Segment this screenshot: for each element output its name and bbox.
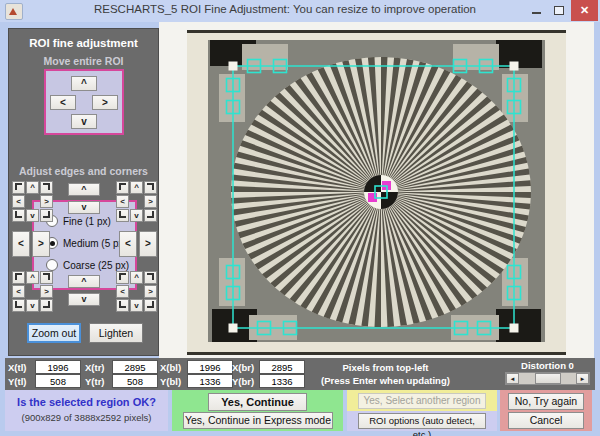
region-size-info: (900x829 of 3888x2592 pixels)	[5, 412, 168, 423]
adjust-bottom-right-left-button[interactable]: <	[116, 285, 129, 298]
radio-label: Medium (5 px)	[63, 238, 127, 249]
radio-coarse[interactable]: Coarse (25 px)	[46, 259, 129, 271]
adjust-edges-area: Fine (1 px)Medium (5 px)Coarse (25 px) ^…	[10, 179, 159, 311]
adjust-bottom-left-corner-bl-button-icon	[15, 301, 22, 308]
coord-input-Y(bl)[interactable]	[187, 374, 233, 388]
coord-label-Y(bl): Y(bl)	[160, 376, 181, 387]
slider-right-arrow-icon[interactable]: ►	[576, 373, 589, 384]
adjust-bottom-right-right-button[interactable]: >	[144, 285, 157, 298]
adjust-bottom-edge-up-button[interactable]: ^	[68, 275, 100, 288]
coord-label-X(bl): X(bl)	[160, 362, 181, 373]
yes-select-another-region-button: Yes, Select another region	[358, 393, 486, 409]
adjust-bottom-left-corner-tl-button[interactable]	[12, 271, 25, 284]
zoom-out-button[interactable]: Zoom out	[27, 323, 81, 343]
adjust-bottom-left-left-button[interactable]: <	[12, 285, 25, 298]
slider-thumb[interactable]	[535, 373, 561, 384]
adjust-top-right-corner-tr-button[interactable]	[144, 181, 157, 194]
adjust-bottom-left-corner-br-button[interactable]	[40, 299, 53, 312]
move-roi-up-button[interactable]: ^	[71, 76, 97, 91]
adjust-top-right-corner-br-button[interactable]	[144, 209, 157, 222]
adjust-bottom-right-corner-bl-button[interactable]	[116, 299, 129, 312]
slider-left-arrow-icon[interactable]: ◄	[506, 373, 519, 384]
adjust-top-right-corner-tl-button-icon	[119, 183, 126, 190]
app-icon[interactable]	[5, 3, 23, 20]
adjust-bottom-left-down-button[interactable]: v	[26, 299, 39, 312]
siemens-star-chart-photo	[159, 22, 594, 358]
adjust-top-left-corner-tl-button[interactable]	[12, 181, 25, 194]
window-title: RESCHARTS_5 ROI Fine Adjustment: You can…	[60, 3, 510, 15]
adjust-left-edge-right-button[interactable]: >	[32, 231, 50, 257]
coord-label-Y(tl): Y(tl)	[8, 376, 26, 387]
adjust-top-right-corner-tl-button[interactable]	[116, 181, 129, 194]
distortion-slider[interactable]: ◄ ►	[505, 372, 590, 385]
registration-corner	[496, 40, 542, 68]
adjust-top-right-down-button[interactable]: v	[130, 209, 143, 222]
adjust-bottom-right-corner-tr-button[interactable]	[144, 271, 157, 284]
adjust-top-right-corner-br-button-icon	[147, 211, 154, 218]
adjust-right-edge-left-button[interactable]: <	[119, 231, 137, 257]
adjust-bottom-left-corner-br-button-icon	[43, 301, 50, 308]
coord-input-X(tr)[interactable]	[112, 360, 158, 374]
adjust-bottom-left-up-button[interactable]: ^	[26, 271, 39, 284]
adjust-top-right-corner-bl-button[interactable]	[116, 209, 129, 222]
minimize-button[interactable]	[526, 0, 548, 21]
adjust-top-left-corner-tl-button-icon	[15, 183, 22, 190]
adjust-bottom-right-corner-br-button[interactable]	[144, 299, 157, 312]
move-roi-left-button[interactable]: <	[50, 95, 76, 110]
adjust-bottom-right-corner-bl-button-icon	[119, 301, 126, 308]
move-roi-down-button[interactable]: v	[71, 114, 97, 129]
adjust-top-edge-down-button[interactable]: v	[68, 201, 100, 214]
yes-continue-button[interactable]: Yes, Continue	[208, 393, 307, 411]
yes-continue-express-button[interactable]: Yes, Continue in Express mode	[183, 412, 333, 429]
tone-patch	[219, 74, 245, 122]
adjust-top-left-right-button[interactable]: >	[40, 195, 53, 208]
no-try-again-button[interactable]: No, Try again	[508, 393, 584, 410]
cancel-button[interactable]: Cancel	[508, 412, 584, 429]
adjust-top-right-right-button[interactable]: >	[144, 195, 157, 208]
adjust-top-right-left-button[interactable]: <	[116, 195, 129, 208]
maximize-button[interactable]	[548, 0, 570, 21]
close-button[interactable]: ✕	[571, 0, 598, 21]
adjust-bottom-left-corner-tr-button-icon	[43, 273, 50, 280]
adjust-bottom-left-corner-tr-button[interactable]	[40, 271, 53, 284]
move-roi-pad: ^<>v	[44, 69, 124, 135]
adjust-left-edge-left-button[interactable]: <	[12, 231, 30, 257]
pixels-note-line2: (Press Enter when updating)	[298, 375, 473, 386]
adjust-top-left-left-button[interactable]: <	[12, 195, 25, 208]
adjust-bottom-right-up-button[interactable]: ^	[130, 271, 143, 284]
radio-medium[interactable]: Medium (5 px)	[46, 237, 127, 249]
adjust-bottom-left-corner-bl-button[interactable]	[12, 299, 25, 312]
adjust-top-left-corner-bl-button[interactable]	[12, 209, 25, 222]
adjust-top-left-up-button[interactable]: ^	[26, 181, 39, 194]
footer-bar: Is the selected region OK? (900x829 of 3…	[0, 390, 600, 431]
pixels-note-line1: Pixels from top-left	[303, 362, 468, 373]
adjust-top-right-corner-bl-button-icon	[119, 211, 126, 218]
coord-input-X(bl)[interactable]	[187, 360, 233, 374]
adjust-top-left-corner-tr-button[interactable]	[40, 181, 53, 194]
coord-input-Y(tr)[interactable]	[112, 374, 158, 388]
roi-options-button[interactable]: ROI options (auto detect, etc.)	[358, 413, 486, 429]
select-another-box: Yes, Select another region	[347, 390, 497, 411]
roi-corner-handle	[510, 62, 519, 71]
radio-circle[interactable]	[46, 259, 58, 271]
radio-fine[interactable]: Fine (1 px)	[46, 215, 111, 227]
adjust-top-left-corner-br-button[interactable]	[40, 209, 53, 222]
adjust-bottom-right-corner-tl-button[interactable]	[116, 271, 129, 284]
adjust-top-edge-up-button[interactable]: ^	[68, 183, 100, 196]
adjust-top-left-down-button[interactable]: v	[26, 209, 39, 222]
adjust-top-right-up-button[interactable]: ^	[130, 181, 143, 194]
move-roi-right-button[interactable]: >	[92, 95, 118, 110]
adjust-bottom-right-corner-br-button-icon	[147, 301, 154, 308]
panel-title: ROI fine adjustment	[9, 37, 158, 49]
roi-corner-handle	[229, 324, 238, 333]
adjust-bottom-edge-down-button[interactable]: v	[68, 293, 100, 306]
question-box: Is the selected region OK? (900x829 of 3…	[5, 390, 168, 431]
coord-input-Y(tl)[interactable]	[35, 374, 81, 388]
adjust-bottom-right-down-button[interactable]: v	[130, 299, 143, 312]
yes-box: Yes, Continue Yes, Continue in Express m…	[172, 390, 343, 431]
coord-input-X(tl)[interactable]	[35, 360, 81, 374]
adjust-bottom-left-right-button[interactable]: >	[40, 285, 53, 298]
adjust-right-edge-right-button[interactable]: >	[139, 231, 157, 257]
coord-input-X(br)[interactable]	[259, 360, 305, 374]
lighten-button[interactable]: Lighten	[89, 323, 143, 343]
